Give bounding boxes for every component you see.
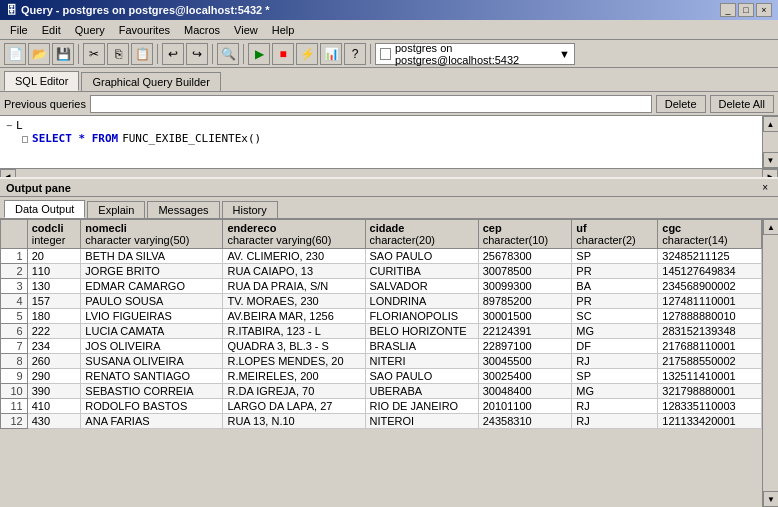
table-row: 5 180 LVIO FIGUEIRAS AV.BEIRA MAR, 1256 … [1,309,762,324]
tab-messages[interactable]: Messages [147,201,219,218]
table-vscrollbar[interactable]: ▲ ▼ [762,219,778,507]
redo-btn[interactable]: ↪ [186,43,208,65]
window-controls[interactable]: _ □ × [720,3,772,17]
cell-uf: RJ [572,354,658,369]
cell-endereco: LARGO DA LAPA, 27 [223,399,365,414]
table-row: 7 234 JOS OLIVEIRA QUADRA 3, BL.3 - S BR… [1,339,762,354]
tab-explain[interactable]: Explain [87,201,145,218]
cell-cidade: UBERABA [365,384,478,399]
save-btn[interactable]: 💾 [52,43,74,65]
close-button[interactable]: × [756,3,772,17]
tab-sql-editor[interactable]: SQL Editor [4,71,79,91]
table-row: 9 290 RENATO SANTIAGO R.MEIRELES, 200 SA… [1,369,762,384]
delete-button[interactable]: Delete [656,95,706,113]
menu-macros[interactable]: Macros [178,23,226,37]
cell-endereco: R.ITABIRA, 123 - L [223,324,365,339]
cell-uf: SP [572,249,658,264]
minimize-button[interactable]: _ [720,3,736,17]
vscroll-up[interactable]: ▲ [763,116,779,132]
cell-codcli: 130 [27,279,81,294]
cell-cidade: NITEROI [365,414,478,429]
undo-btn[interactable]: ↩ [162,43,184,65]
row-num: 12 [1,414,28,429]
cell-cidade: RIO DE JANEIRO [365,399,478,414]
row-num: 8 [1,354,28,369]
table-vscroll-up[interactable]: ▲ [763,219,778,235]
menu-favourites[interactable]: Favourites [113,23,176,37]
sql-line-2: □ SELECT * FROM FUNC_EXIBE_CLIENTEx() [22,132,756,145]
row-num: 9 [1,369,28,384]
cell-nomecli: LVIO FIGUEIRAS [81,309,223,324]
cell-cep: 30025400 [478,369,572,384]
new-btn[interactable]: 📄 [4,43,26,65]
cell-codcli: 157 [27,294,81,309]
table-vscroll-down[interactable]: ▼ [763,491,778,507]
sql-function: FUNC_EXIBE_CLIENTEx() [122,132,261,145]
run-btn[interactable]: ▶ [248,43,270,65]
cell-cidade: CURITIBA [365,264,478,279]
table-row: 12 430 ANA FARIAS RUA 13, N.10 NITEROI 2… [1,414,762,429]
table-row: 4 157 PAULO SOUSA TV. MORAES, 230 LONDRI… [1,294,762,309]
cell-cidade: FLORIANOPOLIS [365,309,478,324]
table-row: 3 130 EDMAR CAMARGO RUA DA PRAIA, S/N SA… [1,279,762,294]
row-num: 3 [1,279,28,294]
explain-btn[interactable]: ⚡ [296,43,318,65]
stop-btn[interactable]: ■ [272,43,294,65]
cell-endereco: QUADRA 3, BL.3 - S [223,339,365,354]
previous-queries-bar: Previous queries Delete Delete All [0,92,778,116]
table-row: 11 410 RODOLFO BASTOS LARGO DA LAPA, 27 … [1,399,762,414]
maximize-button[interactable]: □ [738,3,754,17]
menu-view[interactable]: View [228,23,264,37]
tab-history[interactable]: History [222,201,278,218]
cell-endereco: AV.BEIRA MAR, 1256 [223,309,365,324]
sql-line1-text: L [16,119,23,132]
cell-endereco: R.LOPES MENDES, 20 [223,354,365,369]
cell-nomecli: JOS OLIVEIRA [81,339,223,354]
cell-cep: 30099300 [478,279,572,294]
cell-codcli: 180 [27,309,81,324]
cell-cidade: NITERI [365,354,478,369]
table-row: 2 110 JORGE BRITO RUA CAIAPO, 13 CURITIB… [1,264,762,279]
help-btn[interactable]: ? [344,43,366,65]
cell-cgc: 121133420001 [658,414,762,429]
row-num: 10 [1,384,28,399]
paste-btn[interactable]: 📋 [131,43,153,65]
prev-queries-input[interactable] [90,95,652,113]
tab-data-output[interactable]: Data Output [4,200,85,218]
cell-uf: DF [572,339,658,354]
sql-editor[interactable]: − L □ SELECT * FROM FUNC_EXIBE_CLIENTEx(… [0,116,762,168]
copy-btn[interactable]: ⎘ [107,43,129,65]
menu-file[interactable]: File [4,23,34,37]
menu-query[interactable]: Query [69,23,111,37]
output-close-btn[interactable]: × [758,182,772,193]
cell-cgc: 145127649834 [658,264,762,279]
cell-uf: SC [572,309,658,324]
collapse-icon[interactable]: − [6,120,12,131]
cell-cgc: 32485211125 [658,249,762,264]
vscroll-down[interactable]: ▼ [763,152,779,168]
open-btn[interactable]: 📂 [28,43,50,65]
cell-uf: PR [572,294,658,309]
table-row: 8 260 SUSANA OLIVEIRA R.LOPES MENDES, 20… [1,354,762,369]
cell-endereco: R.MEIRELES, 200 [223,369,365,384]
output-pane-header: Output pane × [0,177,778,197]
menu-edit[interactable]: Edit [36,23,67,37]
cell-cidade: BELO HORIZONTE [365,324,478,339]
cut-btn[interactable]: ✂ [83,43,105,65]
menu-help[interactable]: Help [266,23,301,37]
table-scroll[interactable]: codcliinteger nomeclicharacter varying(5… [0,219,762,507]
app-icon: 🗄 [6,4,17,16]
menu-bar: File Edit Query Favourites Macros View H… [0,20,778,40]
cell-codcli: 222 [27,324,81,339]
delete-all-button[interactable]: Delete All [710,95,774,113]
sql-vscrollbar[interactable]: ▲ ▼ [762,116,778,168]
tab-graphical-query-builder[interactable]: Graphical Query Builder [81,72,220,91]
col-uf: ufcharacter(2) [572,220,658,249]
explain2-btn[interactable]: 📊 [320,43,342,65]
find-btn[interactable]: 🔍 [217,43,239,65]
cell-cep: 24358310 [478,414,572,429]
select-icon[interactable]: □ [22,133,28,144]
cell-codcli: 410 [27,399,81,414]
cell-uf: MG [572,384,658,399]
connection-dropdown[interactable]: postgres on postgres@localhost:5432 ▼ [375,43,575,65]
